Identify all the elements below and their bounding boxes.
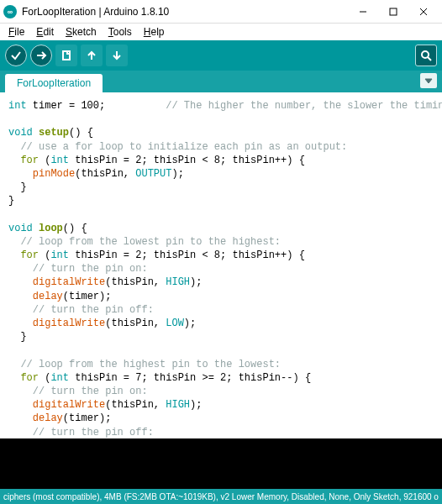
magnifier-icon <box>420 50 432 61</box>
arduino-app-icon: ∞ <box>3 5 17 18</box>
toolbar <box>0 40 442 71</box>
arrow-right-icon <box>35 50 47 61</box>
code-token: OUTPUT <box>135 168 171 180</box>
open-button[interactable] <box>81 45 103 66</box>
code-token: ( <box>39 249 50 261</box>
code-token: ); <box>190 276 202 288</box>
upload-button[interactable] <box>30 45 52 66</box>
code-token: ); <box>171 168 183 180</box>
code-token: ( <box>39 155 50 166</box>
code-comment: // turn the pin off: <box>8 304 154 316</box>
check-icon <box>10 50 22 61</box>
svg-line-9 <box>428 57 431 60</box>
menu-edit[interactable]: Edit <box>31 24 59 39</box>
code-token: () { <box>63 223 87 234</box>
code-token: pinMode <box>33 168 75 180</box>
code-token <box>8 291 33 302</box>
code-token: int <box>50 249 69 261</box>
new-button[interactable] <box>55 45 77 66</box>
tab-menu-button[interactable] <box>420 73 437 88</box>
code-token: thisPin = 2; thisPin < 8; thisPin++) { <box>69 155 305 166</box>
code-token: thisPin = 2; thisPin < 8; thisPin++) { <box>69 249 305 261</box>
code-token: timer = 100; <box>27 100 166 112</box>
status-board-info: ciphers (most compatible), 4MB (FS:2MB O… <box>3 492 439 501</box>
window-title: ForLoopIteration | Arduino 1.8.10 <box>22 6 348 18</box>
code-comment: // The higher the number, the slower the… <box>166 100 442 112</box>
code-token: for <box>20 372 39 384</box>
svg-rect-1 <box>390 8 397 15</box>
code-token <box>8 168 33 180</box>
code-token: (timer); <box>63 412 112 424</box>
code-token: delay <box>33 291 63 302</box>
code-editor[interactable]: int timer = 100; // The higher the numbe… <box>0 92 442 438</box>
code-token: (thisPin, <box>105 276 166 288</box>
svg-point-8 <box>422 51 429 58</box>
code-comment: // turn the pin on: <box>8 263 148 275</box>
code-token: (thisPin, <box>75 168 135 180</box>
code-token: setup <box>39 127 69 139</box>
code-token: } <box>8 181 27 193</box>
window-controls <box>348 0 439 24</box>
code-comment: // loop from the lowest pin to the highe… <box>8 236 281 248</box>
code-comment: // turn the pin off: <box>8 427 154 438</box>
chevron-down-icon <box>424 76 433 85</box>
code-token: int <box>8 100 27 112</box>
window-titlebar: ∞ ForLoopIteration | Arduino 1.8.10 <box>0 0 442 24</box>
code-token: loop <box>39 223 63 234</box>
code-token <box>8 318 33 329</box>
code-token: digitalWrite <box>33 399 105 411</box>
menu-bar: File Edit Sketch Tools Help <box>0 24 442 40</box>
code-token: thisPin = 7; thisPin >= 2; thisPin--) { <box>69 372 311 384</box>
code-token <box>8 372 20 384</box>
code-token: () { <box>69 127 93 139</box>
menu-file[interactable]: File <box>3 24 29 39</box>
code-token: int <box>50 155 69 166</box>
code-comment: // use a for loop to initialize each pin… <box>8 141 347 153</box>
serial-monitor-button[interactable] <box>415 45 437 66</box>
code-token: digitalWrite <box>33 318 105 329</box>
code-token: (thisPin, <box>105 318 166 329</box>
arrow-up-icon <box>86 50 97 61</box>
code-token <box>8 412 33 424</box>
code-token: void <box>8 223 33 234</box>
console-output <box>0 438 442 489</box>
code-token <box>8 399 33 411</box>
code-token: } <box>8 331 27 343</box>
arrow-down-icon <box>111 50 123 61</box>
maximize-button[interactable] <box>378 0 408 24</box>
status-bar: ciphers (most compatible), 4MB (FS:2MB O… <box>0 489 442 504</box>
code-token: ); <box>190 399 202 411</box>
save-button[interactable] <box>106 45 128 66</box>
sketch-tab[interactable]: ForLoopIteration <box>5 74 103 92</box>
code-token: for <box>20 155 39 166</box>
code-token: void <box>8 127 33 139</box>
close-button[interactable] <box>408 0 439 24</box>
code-token: LOW <box>166 318 184 329</box>
code-comment: // loop from the highest pin to the lowe… <box>8 359 281 370</box>
code-token: for <box>20 249 39 261</box>
code-token: HIGH <box>166 276 190 288</box>
svg-marker-10 <box>425 79 432 83</box>
verify-button[interactable] <box>5 45 27 66</box>
code-token: digitalWrite <box>33 276 105 288</box>
tab-bar: ForLoopIteration <box>0 71 442 92</box>
code-token: delay <box>33 412 63 424</box>
file-icon <box>61 50 72 61</box>
menu-sketch[interactable]: Sketch <box>61 24 102 39</box>
code-token: int <box>50 372 69 384</box>
code-token: HIGH <box>166 399 190 411</box>
code-token: ( <box>39 372 50 384</box>
code-token: } <box>8 195 14 207</box>
code-token: (thisPin, <box>105 399 166 411</box>
code-comment: // turn the pin on: <box>8 386 148 397</box>
code-token <box>8 276 33 288</box>
menu-tools[interactable]: Tools <box>103 24 137 39</box>
code-token <box>8 249 20 261</box>
code-token: (timer); <box>63 291 112 302</box>
code-token <box>8 155 20 166</box>
menu-help[interactable]: Help <box>139 24 170 39</box>
code-token: ); <box>184 318 196 329</box>
minimize-button[interactable] <box>348 0 378 24</box>
